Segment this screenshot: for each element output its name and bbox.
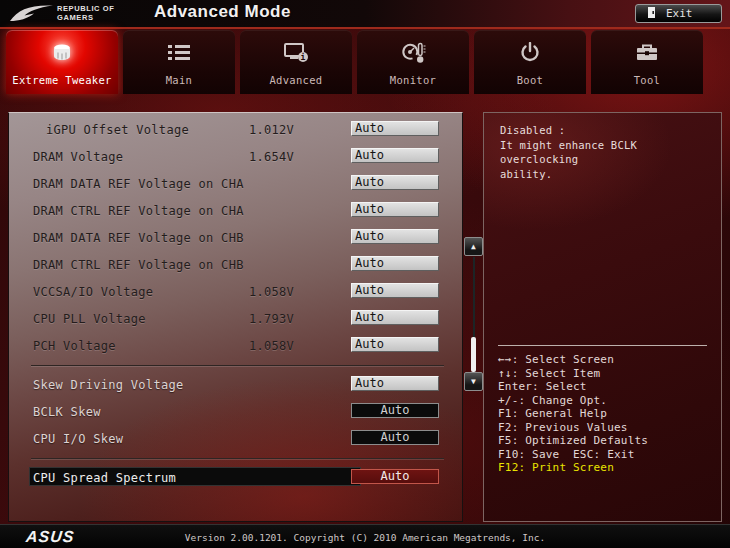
tab-bar: Extreme Tweaker Main i (6, 30, 703, 94)
help-panel: Disabled :It might enhance BCLK overcloc… (483, 112, 722, 522)
group-separator (9, 360, 462, 372)
toolbox-icon (591, 40, 703, 66)
group-separator (9, 453, 462, 465)
setting-value-box[interactable]: Auto (351, 202, 439, 217)
tab-boot[interactable]: Boot (474, 30, 586, 94)
brand-line1: REPUBLIC OF (57, 4, 114, 13)
key-legend: ←→: Select Screen↑↓: Select ItemEnter: S… (498, 353, 648, 475)
page-title: Advanced Mode (154, 2, 291, 22)
help-text: Disabled :It might enhance BCLK overcloc… (500, 123, 721, 181)
setting-value-box[interactable]: Auto (351, 229, 439, 244)
legend-line: F5: Optimized Defaults (498, 434, 648, 448)
legend-line: F2: Previous Values (498, 421, 648, 435)
setting-value-box[interactable]: Auto (351, 403, 439, 418)
tab-main[interactable]: Main (123, 30, 235, 94)
monitor-info-icon: i (240, 40, 352, 66)
setting-value-box[interactable]: Auto (351, 148, 439, 163)
footer-bar: ASUS Version 2.00.1201. Copyright (C) 20… (0, 524, 730, 548)
gauge-thermometer-icon (357, 40, 469, 66)
tab-label: Extreme Tweaker (6, 74, 118, 86)
setting-value-box[interactable]: Auto (351, 337, 439, 352)
scroll-down-button[interactable]: ▼ (464, 372, 483, 391)
setting-row: VCCSA/IO Voltage 1.058V Auto (9, 279, 462, 306)
legend-line: F10: Save ESC: Exit (498, 448, 648, 462)
setting-reading: 1.654V (249, 150, 294, 164)
scrollbar-thumb[interactable] (471, 337, 476, 372)
setting-label: CPU PLL Voltage (33, 312, 146, 326)
setting-value-box[interactable]: Auto (351, 310, 439, 325)
setting-value-box[interactable]: Auto (351, 283, 439, 298)
setting-reading: 1.793V (249, 312, 294, 326)
setting-label: CPU Spread Spectrum (33, 471, 176, 485)
setting-label: BCLK Skew (33, 405, 101, 419)
setting-reading: 1.058V (249, 285, 294, 299)
power-icon (474, 40, 586, 66)
help-line: ability. (500, 167, 721, 182)
setting-label: DRAM DATA REF Voltage on CHB (33, 231, 244, 245)
tab-extreme-tweaker[interactable]: Extreme Tweaker (6, 30, 118, 94)
setting-value-box[interactable]: Auto (351, 256, 439, 271)
tweaker-knob-icon (6, 40, 118, 66)
setting-label: VCCSA/IO Voltage (33, 285, 153, 299)
setting-row: Skew Driving Voltage Auto (9, 372, 462, 399)
setting-row: iGPU Offset Voltage 1.012V Auto (9, 117, 462, 144)
version-text: Version 2.00.1201. Copyright (C) 2010 Am… (0, 532, 730, 543)
brand-line2: GAMERS (57, 13, 114, 22)
exit-label: Exit (666, 7, 693, 20)
tab-tool[interactable]: Tool (591, 30, 703, 94)
brand-text: REPUBLIC OF GAMERS (57, 4, 114, 22)
legend-line: ←→: Select Screen (498, 353, 648, 367)
legend-line: F12: Print Screen (498, 461, 648, 475)
setting-value-box[interactable]: Auto (351, 469, 439, 484)
help-divider (498, 345, 707, 346)
setting-label: iGPU Offset Voltage (46, 123, 189, 137)
setting-row: DRAM CTRL REF Voltage on CHA Auto (9, 198, 462, 225)
setting-row: DRAM DATA REF Voltage on CHA Auto (9, 171, 462, 198)
setting-label: DRAM CTRL REF Voltage on CHA (33, 204, 244, 218)
setting-row: BCLK Skew Auto (9, 399, 462, 426)
tab-advanced[interactable]: i Advanced (240, 30, 352, 94)
tab-monitor[interactable]: Monitor (357, 30, 469, 94)
setting-row: PCH Voltage 1.058V Auto (9, 333, 462, 360)
setting-reading: 1.012V (249, 123, 294, 137)
setting-label: DRAM CTRL REF Voltage on CHB (33, 258, 244, 272)
settings-list: iGPU Offset Voltage 1.012V Auto DRAM Vol… (9, 117, 462, 492)
setting-label: PCH Voltage (33, 339, 116, 353)
setting-reading: 1.058V (249, 339, 294, 353)
tab-label: Advanced (240, 74, 352, 86)
setting-label: DRAM Voltage (33, 150, 123, 164)
setting-label: Skew Driving Voltage (33, 378, 184, 392)
tab-label: Monitor (357, 74, 469, 86)
scroll-up-button[interactable]: ▲ (464, 237, 483, 256)
setting-row: CPU I/O Skew Auto (9, 426, 462, 453)
setting-row: DRAM DATA REF Voltage on CHB Auto (9, 225, 462, 252)
tab-label: Main (123, 74, 235, 86)
setting-value-box[interactable]: Auto (351, 430, 439, 445)
setting-label: DRAM DATA REF Voltage on CHA (33, 177, 244, 191)
setting-row: CPU Spread Spectrum Auto (9, 465, 462, 492)
header-bar: REPUBLIC OF GAMERS Advanced Mode Exit (0, 0, 730, 29)
legend-line: ↑↓: Select Item (498, 367, 648, 381)
legend-line: Enter: Select (498, 380, 648, 394)
help-line: Disabled : (500, 123, 721, 138)
rog-eye-logo (8, 2, 54, 29)
setting-label: CPU I/O Skew (33, 432, 123, 446)
setting-row: DRAM Voltage 1.654V Auto (9, 144, 462, 171)
tab-label: Boot (474, 74, 586, 86)
legend-line: F1: General Help (498, 407, 648, 421)
settings-panel: iGPU Offset Voltage 1.012V Auto DRAM Vol… (8, 112, 463, 522)
list-icon (123, 40, 235, 66)
setting-row: CPU PLL Voltage 1.793V Auto (9, 306, 462, 333)
setting-value-box[interactable]: Auto (351, 376, 439, 391)
svg-text:i: i (300, 52, 305, 62)
help-line: It might enhance BCLK overclocking (500, 138, 721, 167)
bios-screen: REPUBLIC OF GAMERS Advanced Mode Exit (0, 0, 730, 548)
exit-button[interactable]: Exit (635, 4, 722, 23)
setting-value-box[interactable]: Auto (351, 121, 439, 136)
setting-row: DRAM CTRL REF Voltage on CHB Auto (9, 252, 462, 279)
tab-label: Tool (591, 74, 703, 86)
legend-line: +/-: Change Opt. (498, 394, 648, 408)
setting-value-box[interactable]: Auto (351, 175, 439, 190)
exit-door-icon (647, 6, 657, 22)
